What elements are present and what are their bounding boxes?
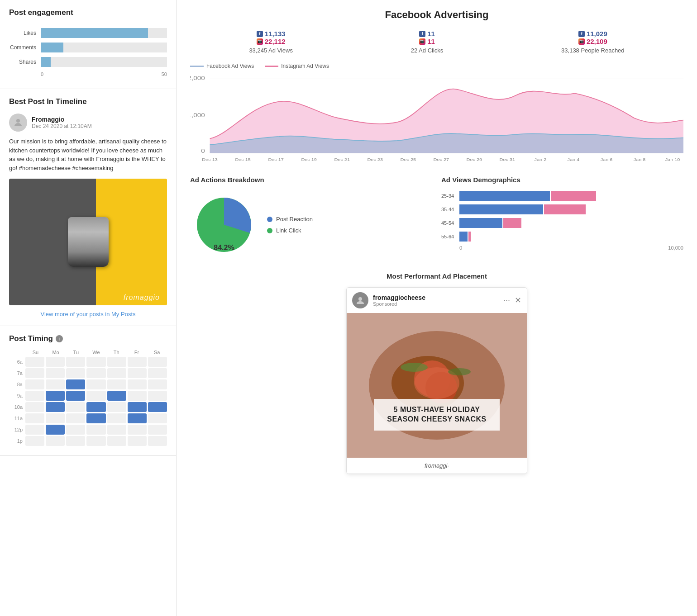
svg-text:Dec 25: Dec 25: [401, 157, 416, 162]
timing-cell: [66, 402, 85, 412]
demo-row-55-64: 55-64: [441, 232, 683, 242]
timing-day-mo: Mo: [46, 350, 66, 355]
ad-card-actions[interactable]: ··· ✕: [503, 295, 521, 305]
best-post-title: Best Post In Timeline: [9, 97, 167, 106]
close-icon[interactable]: ✕: [515, 295, 521, 305]
demographics-title: Ad Views Demographics: [441, 176, 683, 184]
timing-day-th: Th: [106, 350, 127, 355]
facebook-icon: f: [257, 31, 263, 37]
timing-day-fr: Fr: [127, 350, 147, 355]
timing-cell: [128, 425, 147, 435]
post-timing-section: Post Timing i Su Mo Tu We Th Fr Sa 6a: [0, 326, 176, 456]
demo-bars-25-34: [459, 191, 683, 201]
fb-legend-line: [190, 66, 204, 67]
bar-label-comments: Comments: [9, 44, 41, 51]
area-chart-wrap: 2,000 1,000 0 Dec 13 Dec 15 Dec 17 Dec 1…: [190, 73, 683, 165]
svg-text:Jan 6: Jan 6: [601, 157, 613, 162]
timing-cell: [148, 368, 167, 378]
stat-label-views: 33,245 Ad Views: [249, 47, 293, 54]
pie-percent-label: 84.2%: [214, 244, 234, 252]
axis-tick-50: 50: [162, 71, 167, 77]
bar-fill-comments: [41, 43, 63, 52]
timing-grid: Su Mo Tu We Th Fr Sa 6a 7a: [9, 350, 167, 447]
left-panel: Post engagement Likes Comments Shares: [0, 0, 177, 616]
pie-legend: Post Reaction Link Click: [267, 216, 313, 234]
timing-cell: [107, 425, 126, 435]
timing-day-tu: Tu: [66, 350, 86, 355]
timing-cell: [66, 391, 85, 401]
timing-cell: [148, 379, 167, 389]
timing-row-6a: 6a: [9, 357, 167, 367]
post-image: fromaggio: [9, 179, 167, 305]
author-info: Fromaggio Dec 24 2020 at 12:10AM: [32, 116, 92, 129]
stat-numbers-clicks: f 11 📷 11: [411, 30, 444, 45]
timing-cell: [107, 357, 126, 367]
timing-rows: 6a 7a 8a: [9, 357, 167, 446]
dot-post-reaction: [267, 217, 272, 222]
svg-text:Dec 15: Dec 15: [235, 157, 251, 162]
pie-wrap: 84.2% Post Reaction Link Click: [190, 191, 432, 259]
legend-item-post-reaction: Post Reaction: [267, 216, 313, 223]
demo-row-45-54: 45-54: [441, 218, 683, 228]
timing-cell: [25, 436, 44, 446]
fb-clicks-value: 11: [427, 30, 435, 38]
ad-card-footer: fromaggi·: [347, 458, 527, 474]
ad-card-image: 5 MUST-HAVE HOLIDAY SEASON CHEESY SNACKS: [347, 313, 527, 458]
timing-row-11a: 11a: [9, 413, 167, 423]
view-more-link[interactable]: View more of your posts in My Posts: [9, 311, 167, 317]
timing-cell: [25, 413, 44, 423]
timing-cell: [148, 436, 167, 446]
timing-cell: [66, 413, 85, 423]
bar-track-comments: [41, 43, 167, 52]
more-options-icon[interactable]: ···: [503, 295, 510, 305]
timing-cell: [66, 368, 85, 378]
timing-cell: [107, 436, 126, 446]
timing-cell: [66, 357, 85, 367]
demo-bar-fb-35-44: [459, 204, 543, 214]
svg-point-22: [358, 297, 362, 301]
ad-overlay-title: 5 MUST-HAVE HOLIDAY SEASON CHEESY SNACKS: [383, 405, 491, 424]
ad-placement-section: Most Performant Ad Placement fromaggioch…: [190, 272, 683, 474]
ad-demographics-section: Ad Views Demographics 25-34 35-44: [441, 176, 683, 259]
svg-text:Dec 31: Dec 31: [500, 157, 516, 162]
legend-item-link-click: Link Click: [267, 227, 313, 234]
post-engagement-title: Post engagement: [9, 8, 167, 17]
timing-cell: [46, 357, 65, 367]
timing-cell: [46, 379, 65, 389]
timing-cells-6a: [25, 357, 167, 367]
timing-cell: [86, 436, 105, 446]
author-name: Fromaggio: [32, 116, 92, 123]
ad-card: fromaggiocheese Sponsored ··· ✕: [346, 287, 527, 474]
bar-row-comments: Comments: [9, 43, 167, 52]
ad-card-name: fromaggiocheese: [373, 294, 503, 301]
timing-cell: [66, 436, 85, 446]
timing-cell: [46, 425, 65, 435]
stat-ad-clicks: f 11 📷 11 22 Ad Clicks: [411, 30, 444, 54]
timing-info-icon[interactable]: i: [56, 335, 63, 342]
timing-hour-10a: 10a: [9, 404, 25, 410]
bar-axis: 0 50: [9, 71, 167, 77]
timing-cell: [86, 357, 105, 367]
demo-bar-ig-45-54: [503, 218, 521, 228]
timing-cell: [25, 357, 44, 367]
timing-cell: [66, 425, 85, 435]
stat-people-reached: f 11,029 📷 22,109 33,138 People Reached: [561, 30, 625, 54]
timing-cell: [128, 357, 147, 367]
timing-row-1p: 1p: [9, 436, 167, 446]
timing-day-we: We: [86, 350, 106, 355]
ig-views-value: 22,112: [265, 38, 286, 45]
svg-point-0: [16, 119, 20, 123]
timing-cell: [46, 402, 65, 412]
timing-cell: [148, 425, 167, 435]
timing-cell: [128, 402, 147, 412]
svg-text:Jan 4: Jan 4: [568, 157, 580, 162]
timing-cells-10a: [25, 402, 167, 412]
svg-text:Dec 13: Dec 13: [202, 157, 218, 162]
stat-ad-views: f 11,133 📷 22,112 33,245 Ad Views: [249, 30, 293, 54]
timing-cell: [46, 413, 65, 423]
timing-cell: [107, 413, 126, 423]
timing-row-9a: 9a: [9, 391, 167, 401]
food-photo: [347, 313, 527, 458]
timing-row-8a: 8a: [9, 379, 167, 389]
timing-cell: [46, 436, 65, 446]
